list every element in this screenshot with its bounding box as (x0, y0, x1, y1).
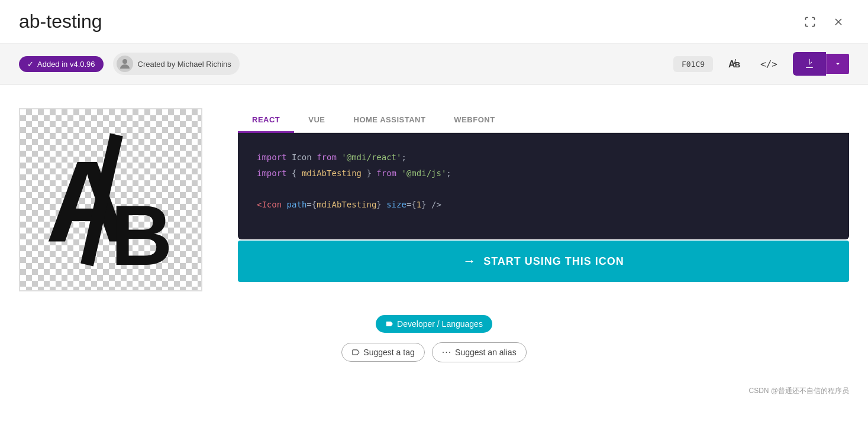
suggest-alias-button[interactable]: ··· Suggest an alias (432, 342, 527, 362)
download-button-group (793, 52, 849, 76)
tag-chips: Developer / Languages (376, 315, 492, 333)
start-using-button[interactable]: → START USING THIS ICON (238, 241, 849, 282)
tabs: REACT VUE HOME ASSISTANT WEBFONT (238, 108, 849, 133)
suggest-chips: Suggest a tag ··· Suggest an alias (341, 342, 526, 362)
cta-label: START USING THIS ICON (483, 255, 624, 268)
download-button[interactable] (793, 52, 826, 76)
code-line-1: import Icon from '@mdi/react'; (257, 150, 830, 166)
suggest-tag-button[interactable]: Suggest a tag (341, 343, 424, 362)
code-id-button[interactable]: F01C9 (673, 56, 713, 72)
tag-icon (385, 320, 393, 328)
tab-home-assistant[interactable]: HOME ASSISTANT (340, 108, 440, 133)
arrow-icon: → (463, 254, 476, 269)
toolbar: ✓ Added in v4.0.96 Created by Michael Ri… (0, 44, 868, 85)
code-line-4: <Icon path={mdiAbTesting} size={1} /> (257, 197, 830, 213)
code-block: import Icon from '@mdi/react'; import { … (238, 133, 849, 239)
top-bar: ab-testing (0, 0, 868, 44)
ab-font-button[interactable]: A/B (722, 55, 745, 72)
tag-outline-icon (351, 348, 360, 356)
tab-webfont[interactable]: WEBFONT (440, 108, 509, 133)
footer-text: CSDN @普通还不自信的程序员 (748, 387, 849, 395)
footer: CSDN @普通还不自信的程序员 (0, 380, 868, 403)
ab-testing-icon-svg: A B (40, 123, 182, 277)
html-code-button[interactable]: </> (754, 56, 783, 72)
expand-button[interactable] (799, 14, 821, 30)
download-caret-button[interactable] (826, 54, 849, 74)
author-label: Created by Michael Richins (138, 60, 231, 69)
tags-section: Developer / Languages Suggest a tag ··· … (0, 303, 868, 380)
svg-text:B: B (111, 187, 173, 277)
code-line-3 (257, 181, 830, 197)
page-title: ab-testing (19, 11, 102, 33)
main-content: A B REACT VUE HOME ASSISTANT WEBFONT imp… (0, 85, 868, 303)
code-section: REACT VUE HOME ASSISTANT WEBFONT import … (238, 108, 849, 282)
checkmark-icon: ✓ (27, 60, 34, 69)
close-button[interactable] (828, 14, 849, 30)
added-badge: ✓ Added in v4.0.96 (19, 56, 104, 72)
dots-icon: ··· (442, 347, 451, 358)
code-line-2: import { mdiAbTesting } from '@mdi/js'; (257, 166, 830, 181)
tab-vue[interactable]: VUE (294, 108, 339, 133)
author-badge[interactable]: Created by Michael Richins (113, 53, 240, 75)
developer-languages-tag[interactable]: Developer / Languages (376, 315, 492, 333)
icon-preview: A B (19, 108, 202, 291)
top-bar-actions (799, 14, 849, 30)
avatar (117, 56, 133, 72)
tab-react[interactable]: REACT (238, 108, 294, 133)
svg-point-2 (122, 59, 127, 64)
